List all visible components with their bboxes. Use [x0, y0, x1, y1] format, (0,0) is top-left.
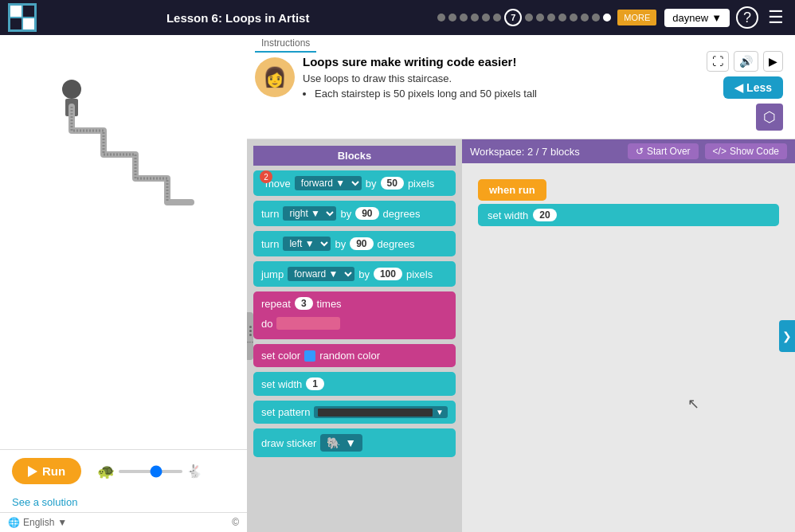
turn-left-value: 90 — [350, 237, 373, 250]
jump-value: 100 — [374, 268, 402, 280]
move-block[interactable]: 2 move forward ▼backward by 50 pixels — [253, 170, 456, 196]
turn-left-block[interactable]: turn left ▼right by 90 degrees — [253, 231, 456, 256]
by-label: by — [358, 268, 370, 280]
less-button[interactable]: ◀ Less — [723, 76, 783, 99]
times-label: times — [317, 298, 342, 310]
by-label: by — [335, 238, 346, 250]
set-width-block[interactable]: set width 1 — [253, 372, 456, 396]
right-collapse-button[interactable]: ❯ — [779, 320, 795, 352]
progress-dot — [437, 14, 445, 22]
workspace-set-width-block[interactable]: set width 20 — [478, 204, 779, 226]
language-label: English — [23, 517, 54, 528]
set-pattern-block[interactable]: set pattern ▼ — [253, 401, 456, 424]
show-code-button[interactable]: </> Show Code — [705, 143, 787, 159]
play-button[interactable]: ▶ — [763, 51, 783, 72]
progress-dot — [536, 14, 544, 22]
app-logo — [8, 3, 37, 32]
main-container: Run 🐢 🐇 See a solution 🌐 English ▼ © Ins… — [0, 35, 795, 532]
see-solution-link[interactable]: See a solution — [0, 492, 247, 512]
workspace-panel: Workspace: 2 / 7 blocks ↺ Start Over </>… — [462, 139, 795, 532]
blocks-panel: ··· Blocks 2 move forward ▼backward by 5… — [247, 139, 462, 532]
hamburger-menu-button[interactable]: ☰ — [765, 6, 787, 29]
elephant-icon: 🐘 — [327, 436, 340, 449]
progress-dot — [448, 14, 456, 22]
turn-right-value: 90 — [355, 207, 378, 220]
progress-dot — [558, 14, 566, 22]
turn-right-dropdown[interactable]: right ▼left — [283, 206, 336, 221]
language-selector[interactable]: 🌐 English ▼ — [8, 517, 67, 528]
when-run-block[interactable]: when run — [478, 179, 546, 201]
progress-dot — [525, 14, 533, 22]
set-color-label: set color — [261, 350, 300, 362]
pattern-bar — [318, 409, 433, 417]
user-name: daynew — [672, 12, 708, 24]
draw-sticker-block[interactable]: draw sticker 🐘 ▼ — [253, 428, 456, 457]
progress-dot — [460, 14, 468, 22]
set-color-block[interactable]: set color random color — [253, 344, 456, 367]
progress-dot — [547, 14, 555, 22]
jump-block[interactable]: jump forward ▼backward by 100 pixels — [253, 261, 456, 287]
more-button[interactable]: MORE — [617, 10, 656, 25]
chevron-down-icon: ▼ — [57, 517, 67, 528]
rabbit-icon: 🐇 — [186, 464, 202, 479]
staircase-canvas — [24, 67, 199, 290]
degrees-label: degrees — [378, 238, 415, 250]
svg-point-0 — [62, 80, 81, 99]
progress-dot — [581, 14, 589, 22]
panel-drag-handle[interactable]: ··· — [247, 312, 253, 360]
pattern-dropdown-arrow: ▼ — [436, 408, 444, 417]
move-direction-dropdown[interactable]: forward ▼backward — [295, 176, 362, 190]
blocks-header: Blocks — [253, 146, 456, 166]
instruction-text: Loops sure make writing code easier! Use… — [303, 55, 699, 131]
refresh-icon: ↺ — [636, 146, 644, 157]
turn-left-dropdown[interactable]: left ▼right — [283, 237, 331, 251]
progress-dot — [482, 14, 490, 22]
turn-label: turn — [261, 208, 279, 220]
sticker-dropdown[interactable]: 🐘 ▼ — [320, 434, 362, 452]
resize-button[interactable]: ⬡ — [756, 104, 783, 131]
run-button[interactable]: Run — [12, 458, 81, 484]
footer-bar: 🌐 English ▼ © — [0, 512, 247, 532]
do-row: do — [261, 317, 340, 330]
workspace-title: Workspace: 2 / 7 blocks — [470, 146, 580, 158]
move-value: 50 — [381, 177, 404, 190]
workspace-actions: ↺ Start Over </> Show Code — [628, 143, 787, 159]
progress-dot — [592, 14, 600, 22]
audio-button[interactable]: 🔊 — [734, 51, 758, 72]
progress-current: 7 — [504, 9, 522, 26]
expand-screen-button[interactable]: ⛶ — [707, 51, 729, 72]
set-width-text: set width — [488, 209, 528, 221]
speed-slider[interactable] — [119, 470, 182, 473]
sticker-dropdown-arrow: ▼ — [345, 436, 356, 449]
chevron-right-icon: ❯ — [782, 330, 792, 342]
pixels-label: pixels — [408, 178, 434, 190]
by-label: by — [366, 178, 377, 190]
instructions-tab: Instructions — [255, 35, 316, 53]
progress-dot — [570, 14, 578, 22]
less-label: Less — [746, 81, 772, 94]
progress-bar: 7 — [437, 9, 611, 26]
pattern-preview: ▼ — [314, 406, 448, 418]
workspace-blocks-area: when run set width 20 — [462, 163, 795, 242]
degrees-label: degrees — [383, 208, 421, 220]
show-code-label: Show Code — [730, 146, 779, 157]
start-over-button[interactable]: ↺ Start Over — [628, 143, 699, 159]
canvas-area — [0, 35, 247, 449]
repeat-body — [276, 317, 340, 330]
play-icon — [28, 466, 37, 477]
instruction-use-loops: Use loops to draw this staircase. — [303, 72, 452, 84]
arrow-left-icon: ◀ — [734, 81, 743, 94]
progress-dot — [471, 14, 479, 22]
user-menu-button[interactable]: daynew ▼ — [664, 9, 730, 27]
workspace-header: Workspace: 2 / 7 blocks ↺ Start Over </>… — [462, 139, 795, 163]
help-button[interactable]: ? — [736, 6, 758, 29]
instruction-title: Loops sure make writing code easier! — [303, 55, 699, 68]
jump-label: jump — [261, 268, 284, 280]
workspace-container: ··· Blocks 2 move forward ▼backward by 5… — [247, 139, 795, 532]
pixels-label: pixels — [406, 268, 433, 280]
speed-control: 🐢 🐇 — [97, 463, 202, 480]
turn-right-block[interactable]: turn right ▼left by 90 degrees — [253, 201, 456, 226]
color-swatch — [304, 350, 315, 362]
repeat-block[interactable]: repeat 3 times do — [253, 291, 456, 339]
jump-direction-dropdown[interactable]: forward ▼backward — [288, 267, 354, 281]
